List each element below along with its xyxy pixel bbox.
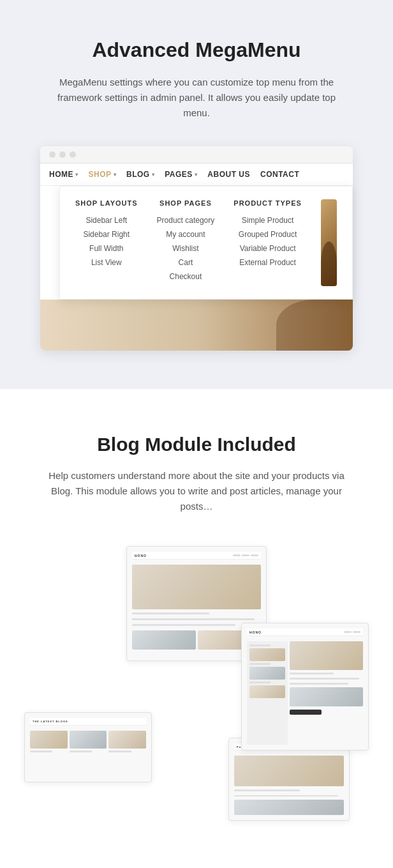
sidebar-img-1 [249, 648, 285, 661]
grid-col-2 [70, 731, 107, 777]
list-item-checkout[interactable]: Checkout [157, 272, 215, 281]
megamenu-section: Advanced MegaMenu MegaMenu settings wher… [0, 0, 393, 389]
browser-bar [40, 146, 353, 164]
browser-dot-2 [59, 151, 66, 158]
list-item-wishlist[interactable]: Wishlist [157, 244, 215, 253]
list-item-list-view[interactable]: List View [75, 258, 138, 267]
list-item-simple-product[interactable]: Simple Product [234, 216, 302, 225]
screenshot-inner-d: Post with Gallery [229, 738, 349, 820]
sidebar-text-3 [249, 681, 271, 683]
nav-label-contact: CONTACT [260, 170, 299, 179]
mega-col-layouts-list: Sidebar Left Sidebar Right Full Width Li… [75, 216, 138, 267]
list-item-sidebar-right[interactable]: Sidebar Right [75, 230, 138, 239]
grid-col-3 [108, 731, 146, 777]
browser-dot-3 [70, 151, 76, 158]
list-item-product-category[interactable]: Product category [157, 216, 215, 225]
nav-label-home: HOME [49, 170, 73, 179]
ss-sidebar-c [247, 641, 288, 745]
nav-label-shop: SHOP [89, 170, 112, 179]
mega-col-layouts-heading: Shop Layouts [75, 199, 138, 207]
blog-screenshot-single: HONO [241, 623, 369, 750]
chevron-blog: ▾ [152, 172, 155, 178]
blog-screenshot-grid: THE LATEST BLOGS [24, 712, 152, 782]
chair-image [321, 199, 337, 286]
list-item-my-account[interactable]: My account [157, 230, 215, 239]
blog-subtitle: Help customers understand more about the… [43, 468, 350, 514]
browser-mockup: HOME ▾ SHOP ▾ BLOG ▾ PAGES ▾ ABOUT US CO… [40, 146, 353, 351]
nav-item-blog[interactable]: BLOG ▾ [126, 170, 154, 179]
sidebar-text-2 [249, 663, 271, 665]
sidebar-text-1 [249, 644, 271, 646]
list-item-external-product[interactable]: External Product [234, 258, 302, 267]
gallery-sub-img [234, 800, 344, 815]
gallery-text-1 [234, 789, 300, 791]
nav-label-pages: PAGES [165, 170, 193, 179]
nav-label-blog: BLOG [126, 170, 150, 179]
list-item-full-width[interactable]: Full Width [75, 244, 138, 253]
nav-item-contact[interactable]: CONTACT [260, 170, 299, 179]
ss-main-c [290, 641, 363, 745]
text-line-title [132, 613, 209, 614]
chevron-home: ▾ [75, 172, 78, 178]
grid-text-2 [70, 750, 92, 752]
ss-header-c: HONO [247, 628, 363, 636]
main-img-c [290, 641, 363, 670]
chair-shadow [276, 300, 353, 351]
grid-col-1 [30, 731, 68, 777]
nav-item-shop[interactable]: SHOP ▾ [89, 170, 117, 179]
mega-col-products-list: Simple Product Grouped Product Variable … [234, 216, 302, 267]
mega-col-pages-list: Product category My account Wishlist Car… [157, 216, 215, 281]
chair-shape [321, 241, 337, 286]
text-line-body2 [132, 624, 235, 626]
sidebar-layout-c [247, 641, 363, 745]
ss-nav-dots-c [344, 631, 360, 633]
main-text-c3 [290, 683, 348, 685]
text-line-body [132, 618, 255, 620]
megamenu-title: Advanced MegaMenu [13, 38, 380, 62]
ss-nav-dot-3 [251, 554, 258, 556]
mega-col-pages: Shop Pages Product category My account W… [157, 199, 215, 286]
grid-img-1 [30, 731, 68, 749]
nav-item-about[interactable]: ABOUT US [207, 170, 250, 179]
nav-label-about: ABOUT US [207, 170, 250, 179]
list-item-sidebar-left[interactable]: Sidebar Left [75, 216, 138, 225]
blog-sub-img-1 [132, 630, 196, 650]
ss-header-a: HONO [132, 552, 261, 560]
ss-nav-dot-2 [242, 554, 249, 556]
blog-main-image [132, 565, 261, 609]
ss-logo-c: HONO [249, 630, 262, 634]
blog-section: Blog Module Included Help customers unde… [0, 389, 393, 859]
browser-dot-1 [49, 151, 56, 158]
chevron-shop: ▾ [114, 172, 117, 178]
list-item-cart[interactable]: Cart [157, 258, 215, 267]
mega-col-products: Product Types Simple Product Grouped Pro… [234, 199, 302, 286]
sidebar-img-2 [249, 667, 285, 680]
grid-img-2 [70, 731, 107, 749]
list-item-grouped-product[interactable]: Grouped Product [234, 230, 302, 239]
main-text-c1 [290, 673, 334, 674]
nav-item-home[interactable]: HOME ▾ [49, 170, 78, 179]
ss-header-b: THE LATEST BLOGS [30, 718, 146, 726]
ss-nav-dot-c2 [353, 631, 360, 633]
screenshot-inner-b: THE LATEST BLOGS [25, 713, 151, 782]
gallery-main-img [234, 756, 344, 786]
nav-item-pages[interactable]: PAGES ▾ [165, 170, 197, 179]
blog-title: Blog Module Included [13, 434, 380, 455]
blog-grid-3 [30, 731, 146, 777]
gallery-text-2 [234, 795, 338, 797]
ss-logo-b: THE LATEST BLOGS [33, 720, 68, 723]
mega-col-pages-heading: Shop Pages [157, 199, 215, 207]
ss-nav-dot-c1 [344, 631, 352, 633]
main-text-c2 [290, 678, 360, 680]
ss-nav-dots-a [233, 554, 258, 556]
nav-bar: HOME ▾ SHOP ▾ BLOG ▾ PAGES ▾ ABOUT US CO… [40, 164, 353, 186]
mega-dropdown: Shop Layouts Sidebar Left Sidebar Right … [59, 186, 353, 300]
ss-nav-dot-1 [233, 554, 241, 556]
mega-col-products-heading: Product Types [234, 199, 302, 207]
ss-logo-a: HONO [135, 554, 147, 558]
main-img-c2 [290, 687, 363, 706]
list-item-variable-product[interactable]: Variable Product [234, 244, 302, 253]
sidebar-img-3 [249, 685, 285, 698]
blog-collage: HONO [24, 546, 369, 821]
grid-text-1 [30, 750, 52, 752]
